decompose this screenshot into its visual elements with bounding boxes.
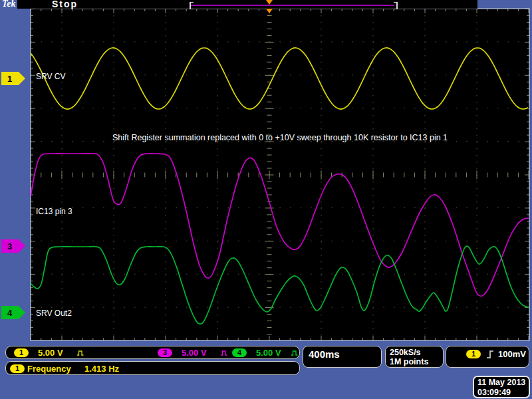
ch3-probe-icon [220,350,228,356]
sample-rate: 250kS/s [390,348,428,357]
timebase-value: 400ms [309,348,340,360]
ch4-trace-label: SRV Out2 [36,309,72,318]
ch4-badge[interactable]: 4 [232,348,247,357]
time-label: 03:09:49 [477,388,525,398]
measurement-name: Frequency [27,364,71,374]
trigger-level: 100mV [498,349,526,359]
measurement-readout[interactable]: 1 Frequency 1.413 Hz [5,361,300,375]
trigger-position-icon[interactable] [266,9,273,13]
record-window-left-bracket-icon[interactable] [190,2,194,9]
ch1-scale[interactable]: 5.00 V [38,348,63,358]
timebase-readout[interactable]: 400ms [303,346,382,368]
ch1-badge[interactable]: 1 [14,348,29,357]
screen-annotation: Shift Register summation replaced with 0… [31,133,529,142]
ch4-probe-icon [291,350,299,356]
acquisition-status: Stop [52,0,78,9]
acquisition-readout[interactable]: 250kS/s 1M points [385,346,444,368]
measurement-value: 1.413 Hz [84,364,119,374]
record-view-line [191,5,394,6]
trigger-source-badge: 1 [466,350,481,358]
record-length: 1M points [390,357,428,366]
channel-readout-bar[interactable]: 1 5.00 V 3 5.00 V 4 5.00 V [5,346,300,359]
ch1-trace-label: SRV CV [36,72,65,81]
datetime-box: 11 May 2013 03:09:49 [473,376,530,398]
tek-logo: Tek [2,0,15,9]
oscilloscope-screen: Tek Stop SRV CV IC13 pin 3 SRV Out2 Shif… [0,0,532,399]
measurement-source-badge: 1 [10,364,25,373]
ch3-trace-label: IC13 pin 3 [36,207,72,216]
record-trigger-position-icon[interactable] [266,0,273,5]
ch3-scale[interactable]: 5.00 V [182,348,207,358]
ch1-probe-icon [76,350,84,356]
trigger-readout[interactable]: 1 100mV [446,346,529,368]
trigger-slope-icon [485,348,495,360]
record-window-right-bracket-icon[interactable] [394,2,398,9]
ch4-scale[interactable]: 5.00 V [256,348,281,358]
ch3-badge[interactable]: 3 [158,348,172,357]
date-label: 11 May 2013 [477,378,525,388]
waveform-display [0,0,532,399]
